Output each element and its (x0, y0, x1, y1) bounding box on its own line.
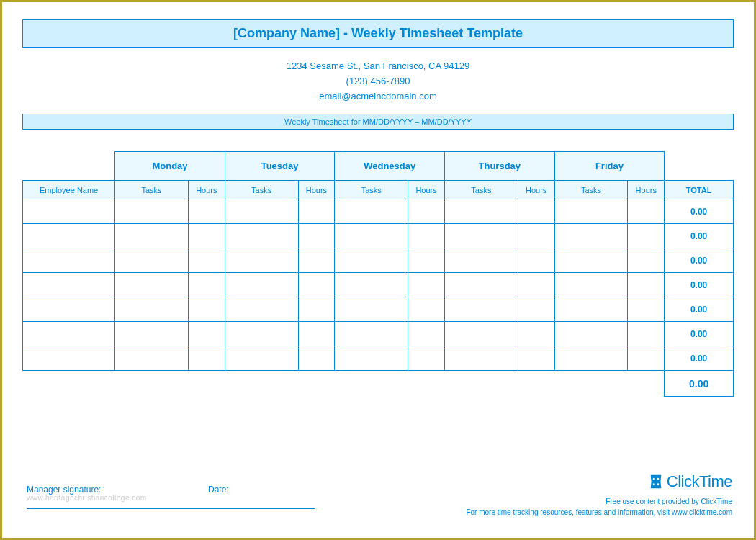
header-day-monday: Monday (115, 152, 225, 181)
cell-hours[interactable] (408, 297, 445, 322)
cell-tasks[interactable] (115, 199, 189, 224)
cell-employee[interactable] (23, 346, 115, 371)
cell-hours[interactable] (298, 322, 335, 346)
cell-tasks[interactable] (444, 297, 518, 322)
cell-hours[interactable] (408, 248, 445, 273)
cell-hours[interactable] (628, 322, 665, 346)
cell-employee[interactable] (23, 199, 115, 224)
cell-hours[interactable] (628, 248, 665, 273)
brand-line-2: For more time tracking resources, featur… (466, 507, 732, 518)
table-row: 0.00 (23, 248, 734, 273)
cell-tasks[interactable] (554, 346, 628, 371)
cell-hours[interactable] (298, 346, 335, 371)
cell-employee[interactable] (23, 297, 115, 322)
header-day-thursday: Thursday (444, 152, 554, 181)
cell-hours[interactable] (408, 346, 445, 371)
header-hours: Hours (188, 181, 225, 199)
cell-hours[interactable] (298, 297, 335, 322)
cell-hours[interactable] (298, 224, 335, 248)
cell-tasks[interactable] (225, 224, 298, 248)
cell-tasks[interactable] (335, 322, 408, 346)
cell-hours[interactable] (628, 346, 665, 371)
cell-tasks[interactable] (554, 297, 628, 322)
cell-hours[interactable] (408, 273, 445, 297)
cell-tasks[interactable] (554, 224, 628, 248)
cell-hours[interactable] (188, 248, 225, 273)
cell-employee[interactable] (23, 273, 115, 297)
cell-tasks[interactable] (335, 224, 408, 248)
cell-tasks[interactable] (335, 248, 408, 273)
cell-hours[interactable] (518, 248, 554, 273)
table-row: 0.00 (23, 199, 734, 224)
cell-tasks[interactable] (444, 322, 518, 346)
company-phone: (123) 456-7890 (22, 74, 734, 89)
cell-hours[interactable] (188, 297, 225, 322)
cell-hours[interactable] (628, 273, 665, 297)
cell-hours[interactable] (518, 273, 554, 297)
header-total: TOTAL (665, 181, 734, 199)
cell-tasks[interactable] (115, 346, 189, 371)
cell-hours[interactable] (518, 224, 554, 248)
cell-tasks[interactable] (115, 224, 189, 248)
header-tasks: Tasks (225, 181, 298, 199)
cell-hours[interactable] (518, 297, 554, 322)
cell-tasks[interactable] (225, 199, 298, 224)
header-day-tuesday: Tuesday (225, 152, 335, 181)
cell-hours[interactable] (518, 346, 554, 371)
cell-hours[interactable] (298, 248, 335, 273)
cell-tasks[interactable] (115, 273, 189, 297)
cell-hours[interactable] (188, 224, 225, 248)
cell-hours[interactable] (298, 273, 335, 297)
cell-tasks[interactable] (225, 346, 298, 371)
cell-tasks[interactable] (444, 199, 518, 224)
cell-tasks[interactable] (115, 322, 189, 346)
cell-employee[interactable] (23, 224, 115, 248)
svg-point-1 (657, 477, 659, 480)
cell-employee[interactable] (23, 322, 115, 346)
company-address: 1234 Sesame St., San Francisco, CA 94129 (22, 59, 734, 74)
cell-hours[interactable] (188, 346, 225, 371)
cell-row-total: 0.00 (665, 248, 734, 273)
cell-tasks[interactable] (225, 273, 298, 297)
cell-tasks[interactable] (554, 273, 628, 297)
cell-hours[interactable] (408, 322, 445, 346)
cell-tasks[interactable] (335, 346, 408, 371)
cell-hours[interactable] (518, 199, 554, 224)
header-blank-left (23, 152, 115, 181)
cell-tasks[interactable] (225, 248, 298, 273)
cell-hours[interactable] (628, 224, 665, 248)
cell-tasks[interactable] (554, 199, 628, 224)
cell-hours[interactable] (628, 199, 665, 224)
cell-tasks[interactable] (225, 297, 298, 322)
table-row: 0.00 (23, 297, 734, 322)
table-row: 0.00 (23, 273, 734, 297)
watermark-text: www.heritagechristiancollege.com (27, 494, 147, 502)
cell-hours[interactable] (188, 322, 225, 346)
cell-row-total: 0.00 (665, 297, 734, 322)
cell-tasks[interactable] (444, 224, 518, 248)
cell-tasks[interactable] (554, 322, 628, 346)
cell-hours[interactable] (298, 199, 335, 224)
brand-name: ClickTime (667, 469, 732, 493)
company-info: 1234 Sesame St., San Francisco, CA 94129… (22, 59, 734, 104)
cell-tasks[interactable] (444, 273, 518, 297)
cell-tasks[interactable] (554, 248, 628, 273)
cell-tasks[interactable] (225, 322, 298, 346)
cell-tasks[interactable] (115, 297, 189, 322)
cell-hours[interactable] (518, 322, 554, 346)
cell-employee[interactable] (23, 248, 115, 273)
table-row: 0.00 (23, 346, 734, 371)
cell-row-total: 0.00 (665, 273, 734, 297)
cell-hours[interactable] (408, 224, 445, 248)
cell-hours[interactable] (188, 199, 225, 224)
cell-tasks[interactable] (335, 297, 408, 322)
cell-tasks[interactable] (115, 248, 189, 273)
cell-tasks[interactable] (335, 273, 408, 297)
cell-tasks[interactable] (335, 199, 408, 224)
cell-hours[interactable] (188, 273, 225, 297)
cell-hours[interactable] (628, 297, 665, 322)
cell-tasks[interactable] (444, 346, 518, 371)
cell-hours[interactable] (408, 199, 445, 224)
cell-tasks[interactable] (444, 248, 518, 273)
header-hours: Hours (518, 181, 554, 199)
